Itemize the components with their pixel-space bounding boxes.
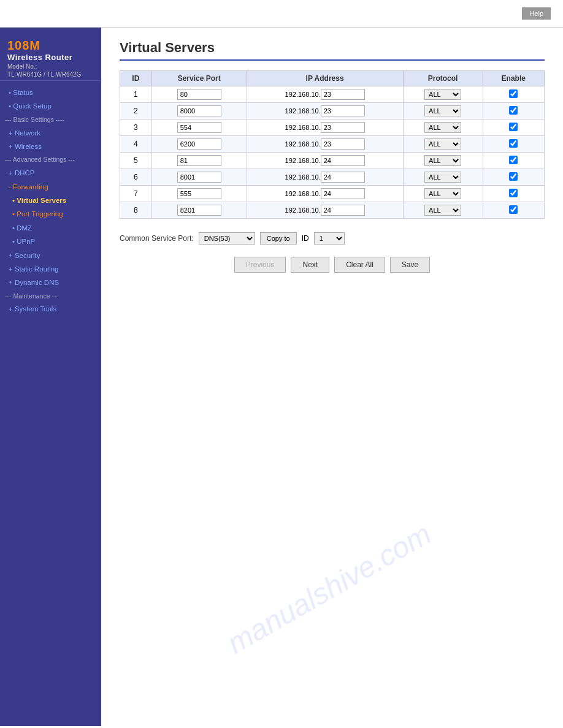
sidebar-item-forwarding[interactable]: - Forwarding bbox=[0, 180, 101, 194]
ip-prefix: 192.168.10. bbox=[285, 157, 321, 164]
sidebar-item-network[interactable]: + Network bbox=[0, 126, 101, 140]
protocol-select[interactable]: ALLTCPUDP bbox=[424, 188, 461, 199]
cell-id: 7 bbox=[120, 186, 152, 202]
enable-checkbox[interactable] bbox=[509, 156, 518, 164]
protocol-select[interactable]: ALLTCPUDP bbox=[424, 155, 461, 166]
cell-service-port bbox=[151, 136, 247, 153]
page-title: Virtual Servers bbox=[120, 40, 545, 61]
table-row: 4192.168.10.ALLTCPUDP bbox=[120, 136, 545, 153]
table-row: 2192.168.10.ALLTCPUDP bbox=[120, 103, 545, 119]
cell-service-port bbox=[151, 103, 247, 119]
table-row: 3192.168.10.ALLTCPUDP bbox=[120, 119, 545, 136]
protocol-select[interactable]: ALLTCPUDP bbox=[424, 105, 461, 116]
table-row: 8192.168.10.ALLTCPUDP bbox=[120, 202, 545, 219]
sidebar-item-upnp[interactable]: • UPnP bbox=[0, 235, 101, 248]
cell-enable bbox=[483, 169, 544, 186]
cell-service-port bbox=[151, 119, 247, 136]
sidebar-item-wireless[interactable]: + Wireless bbox=[0, 140, 101, 153]
next-button[interactable]: Next bbox=[291, 257, 329, 273]
cell-enable bbox=[483, 103, 544, 119]
col-ip-address: IP Address bbox=[247, 71, 403, 86]
cell-protocol: ALLTCPUDP bbox=[403, 103, 483, 119]
protocol-select[interactable]: ALLTCPUDP bbox=[424, 205, 461, 216]
sidebar-item-dynamic-dns[interactable]: + Dynamic DNS bbox=[0, 276, 101, 289]
service-port-input[interactable] bbox=[177, 188, 221, 199]
id-select[interactable]: 12345678 bbox=[314, 232, 345, 245]
common-service-select[interactable]: DNS(53)HTTP(80)FTP(21)HTTPS(443)SMTP(25)… bbox=[199, 232, 255, 245]
service-port-input[interactable] bbox=[177, 155, 221, 166]
sidebar-item-port-triggering[interactable]: • Port Triggering bbox=[0, 207, 101, 221]
sidebar-item-dhcp[interactable]: + DHCP bbox=[0, 166, 101, 180]
cell-enable bbox=[483, 119, 544, 136]
service-port-input[interactable] bbox=[177, 205, 221, 216]
cell-ip-address: 192.168.10. bbox=[247, 119, 403, 136]
cell-id: 4 bbox=[120, 136, 152, 153]
enable-checkbox[interactable] bbox=[509, 205, 518, 214]
enable-checkbox[interactable] bbox=[509, 139, 518, 148]
sidebar-item-quick-setup[interactable]: • Quick Setup bbox=[0, 99, 101, 113]
protocol-select[interactable]: ALLTCPUDP bbox=[424, 172, 461, 183]
service-port-input[interactable] bbox=[177, 122, 221, 133]
cell-service-port bbox=[151, 169, 247, 186]
ip-prefix: 192.168.10. bbox=[285, 107, 321, 115]
col-protocol: Protocol bbox=[403, 71, 483, 86]
ip-last-input[interactable] bbox=[321, 122, 365, 133]
protocol-select[interactable]: ALLTCPUDP bbox=[424, 138, 461, 150]
ip-last-input[interactable] bbox=[321, 205, 365, 216]
cell-ip-address: 192.168.10. bbox=[247, 186, 403, 202]
service-port-input[interactable] bbox=[177, 89, 221, 100]
cell-protocol: ALLTCPUDP bbox=[403, 153, 483, 169]
top-bar: Help bbox=[0, 0, 563, 28]
cell-ip-address: 192.168.10. bbox=[247, 136, 403, 153]
cell-enable bbox=[483, 136, 544, 153]
common-service-label: Common Service Port: bbox=[120, 234, 194, 243]
cell-service-port bbox=[151, 86, 247, 103]
service-port-input[interactable] bbox=[177, 105, 221, 116]
sidebar-separator-adv: --- Advanced Settings --- bbox=[0, 153, 101, 166]
button-row: Previous Next Clear All Save bbox=[120, 257, 545, 273]
enable-checkbox[interactable] bbox=[509, 106, 518, 115]
enable-checkbox[interactable] bbox=[509, 172, 518, 181]
sidebar-item-dmz[interactable]: • DMZ bbox=[0, 221, 101, 235]
service-port-input[interactable] bbox=[177, 172, 221, 183]
clear-all-button[interactable]: Clear All bbox=[334, 257, 385, 273]
cell-ip-address: 192.168.10. bbox=[247, 169, 403, 186]
col-enable: Enable bbox=[483, 71, 544, 86]
enable-checkbox[interactable] bbox=[509, 189, 518, 197]
enable-checkbox[interactable] bbox=[509, 123, 518, 131]
copy-to-button[interactable]: Copy to bbox=[260, 232, 297, 245]
main-content: Virtual Servers ID Service Port IP Addre… bbox=[101, 28, 563, 726]
previous-button[interactable]: Previous bbox=[234, 257, 286, 273]
sidebar-item-virtual-servers[interactable]: • Virtual Servers bbox=[0, 194, 101, 207]
ip-last-input[interactable] bbox=[321, 155, 365, 166]
protocol-select[interactable]: ALLTCPUDP bbox=[424, 89, 461, 100]
sidebar-item-status[interactable]: • Status bbox=[0, 86, 101, 99]
virtual-servers-table: ID Service Port IP Address Protocol Enab… bbox=[120, 70, 545, 219]
enable-checkbox[interactable] bbox=[509, 89, 518, 98]
ip-last-input[interactable] bbox=[321, 188, 365, 199]
cell-protocol: ALLTCPUDP bbox=[403, 119, 483, 136]
common-service-row: Common Service Port: DNS(53)HTTP(80)FTP(… bbox=[120, 229, 545, 248]
cell-id: 6 bbox=[120, 169, 152, 186]
logo-model-number: TL-WR641G / TL-WR642G bbox=[7, 71, 94, 78]
cell-protocol: ALLTCPUDP bbox=[403, 86, 483, 103]
sidebar-logo: 108M Wireless Router Model No.: TL-WR641… bbox=[0, 34, 101, 81]
table-row: 5192.168.10.ALLTCPUDP bbox=[120, 153, 545, 169]
cell-ip-address: 192.168.10. bbox=[247, 86, 403, 103]
save-button[interactable]: Save bbox=[390, 257, 430, 273]
col-service-port: Service Port bbox=[151, 71, 247, 86]
cell-enable bbox=[483, 186, 544, 202]
sidebar-item-static-routing[interactable]: + Static Routing bbox=[0, 262, 101, 276]
help-button[interactable]: Help bbox=[522, 7, 551, 20]
ip-last-input[interactable] bbox=[321, 172, 365, 183]
sidebar-item-security[interactable]: + Security bbox=[0, 249, 101, 262]
service-port-input[interactable] bbox=[177, 138, 221, 150]
sidebar-item-system-tools[interactable]: + System Tools bbox=[0, 302, 101, 316]
ip-last-input[interactable] bbox=[321, 89, 365, 100]
protocol-select[interactable]: ALLTCPUDP bbox=[424, 122, 461, 133]
ip-last-input[interactable] bbox=[321, 138, 365, 150]
ip-prefix: 192.168.10. bbox=[285, 91, 321, 98]
cell-enable bbox=[483, 153, 544, 169]
logo-model-label: Model No.: bbox=[7, 63, 94, 70]
ip-last-input[interactable] bbox=[321, 105, 365, 116]
